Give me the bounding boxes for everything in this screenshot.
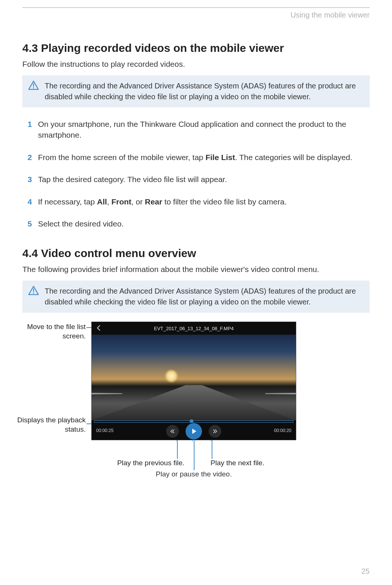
callout-prev-label: Play the previous file. bbox=[114, 459, 188, 467]
warning-icon bbox=[28, 81, 39, 90]
step-text: If necessary, tap All, Front, or Rear to… bbox=[38, 196, 287, 207]
heading-4-4: 4.4 Video control menu overview bbox=[22, 247, 370, 260]
leader-line bbox=[212, 440, 212, 459]
video-control-diagram: Move to the file list screen. Displays t… bbox=[22, 322, 370, 482]
svg-point-3 bbox=[33, 292, 34, 294]
step-1: 1 On your smartphone, run the Thinkware … bbox=[28, 119, 370, 141]
callout-row-below: Play the previous file. Play the next fi… bbox=[91, 459, 296, 467]
page-header: Using the mobile viewer bbox=[22, 7, 370, 19]
step-number: 4 bbox=[28, 196, 38, 207]
callout-progress-label: Displays the playback status. bbox=[15, 416, 86, 434]
note-box-4-3: The recording and the Advanced Driver As… bbox=[22, 75, 370, 107]
steps-list-4-3: 1 On your smartphone, run the Thinkware … bbox=[28, 119, 370, 229]
step-text: From the home screen of the mobile viewe… bbox=[38, 152, 353, 163]
header-section-title: Using the mobile viewer bbox=[291, 11, 370, 19]
step-4: 4 If necessary, tap All, Front, or Rear … bbox=[28, 196, 370, 207]
note-box-4-4: The recording and the Advanced Driver As… bbox=[22, 281, 370, 313]
play-pause-button[interactable] bbox=[186, 423, 202, 439]
video-scene-sun bbox=[164, 369, 178, 383]
step-2: 2 From the home screen of the mobile vie… bbox=[28, 152, 370, 163]
video-player: EVT_2017_06_13_12_34_08_F.MP4 00:00:25 0… bbox=[91, 322, 296, 440]
intro-4-4: The following provides brief information… bbox=[22, 265, 370, 274]
page-number: 25 bbox=[361, 567, 370, 576]
step-text: Select the desired video. bbox=[38, 218, 124, 229]
video-scene-rail bbox=[92, 393, 122, 394]
intro-4-3: Follow the instructions to play recorded… bbox=[22, 60, 370, 69]
step-number: 5 bbox=[28, 218, 38, 229]
callout-back-label: Move to the file list screen. bbox=[15, 322, 86, 341]
back-button[interactable] bbox=[95, 325, 102, 332]
previous-button[interactable] bbox=[166, 425, 179, 438]
elapsed-time: 00:00:25 bbox=[96, 428, 114, 433]
video-frame[interactable] bbox=[92, 335, 296, 420]
step-3: 3 Tap the desired category. The video fi… bbox=[28, 174, 370, 185]
step-5: 5 Select the desired video. bbox=[28, 218, 370, 229]
remaining-time: 00:00:20 bbox=[274, 428, 291, 433]
step-text: Tap the desired category. The video file… bbox=[38, 174, 227, 185]
note-text-4-4: The recording and the Advanced Driver As… bbox=[45, 287, 356, 306]
step-number: 2 bbox=[28, 152, 38, 163]
player-topbar: EVT_2017_06_13_12_34_08_F.MP4 bbox=[92, 322, 296, 335]
step-number: 3 bbox=[28, 174, 38, 185]
heading-4-3: 4.3 Playing recorded videos on the mobil… bbox=[22, 42, 370, 54]
next-button[interactable] bbox=[209, 425, 221, 438]
warning-icon bbox=[28, 286, 39, 295]
callout-play-label: Play or pause the video. bbox=[91, 470, 296, 478]
player-filename: EVT_2017_06_13_12_34_08_F.MP4 bbox=[154, 326, 234, 331]
callout-next-label: Play the next file. bbox=[199, 459, 274, 467]
svg-point-1 bbox=[33, 87, 34, 88]
leader-line bbox=[177, 440, 178, 459]
note-text-4-3: The recording and the Advanced Driver As… bbox=[45, 82, 356, 101]
step-number: 1 bbox=[28, 119, 38, 141]
player-controls: 00:00:25 00:00:20 bbox=[92, 423, 296, 440]
step-text: On your smartphone, run the Thinkware Cl… bbox=[38, 119, 370, 141]
video-scene-rail bbox=[265, 393, 296, 394]
video-scene-road bbox=[92, 385, 296, 420]
